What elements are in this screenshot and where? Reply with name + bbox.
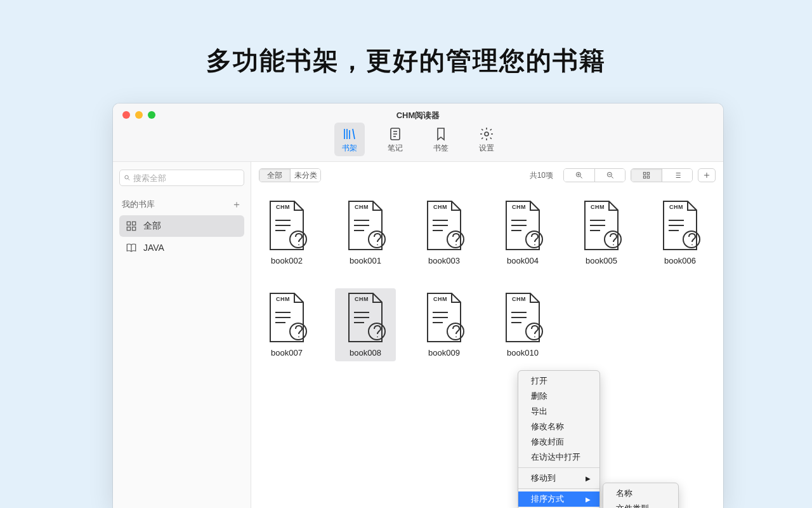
ctx-cover[interactable]: 修改封面 (518, 434, 599, 450)
sidebar-item-java[interactable]: JAVA (119, 237, 244, 258)
svg-rect-9 (643, 172, 646, 175)
tab-shelf-label: 书架 (342, 143, 357, 154)
book-thumbnail: CHM (343, 292, 388, 343)
tab-settings-label: 设置 (479, 143, 494, 154)
book-name: book003 (428, 256, 460, 265)
chevron-right-icon: ▶ (586, 496, 591, 503)
add-book-button[interactable] (698, 168, 716, 182)
tab-settings[interactable]: 设置 (471, 123, 502, 156)
note-icon (388, 126, 403, 142)
book-item[interactable]: CHM book005 (571, 196, 632, 269)
ctx-sort-by[interactable]: 排序方式▶ (518, 491, 599, 507)
tab-shelf[interactable]: 书架 (334, 123, 365, 156)
tab-bookmarks-label: 书签 (433, 143, 449, 154)
list-icon (673, 171, 682, 180)
sidebar-item-all[interactable]: 全部 (119, 215, 244, 237)
svg-rect-5 (127, 227, 130, 231)
filter-uncategorized-button[interactable]: 未分类 (290, 169, 320, 182)
page-headline: 多功能书架，更好的管理您的书籍 (0, 0, 812, 78)
books-icon (342, 126, 357, 142)
svg-rect-6 (133, 227, 136, 231)
book-name: book002 (271, 256, 303, 265)
tab-notes-label: 笔记 (388, 143, 403, 154)
book-item[interactable]: CHM book004 (492, 196, 553, 269)
book-name: book001 (350, 256, 381, 265)
library-header-label: 我的书库 (122, 199, 155, 210)
book-open-icon (126, 242, 137, 253)
book-thumbnail: CHM (264, 200, 310, 251)
context-menu: 打开 删除 导出 修改名称 修改封面 在访达中打开 移动到▶ 排序方式▶ (518, 370, 600, 508)
window-title: CHM阅读器 (113, 110, 723, 121)
svg-rect-12 (647, 176, 650, 178)
book-thumbnail: CHM (657, 200, 703, 251)
book-item[interactable]: CHM book008 (335, 288, 396, 361)
book-thumbnail: CHM (264, 292, 310, 343)
search-box[interactable] (119, 170, 244, 186)
view-segment (631, 168, 693, 182)
tab-notes[interactable]: 笔记 (380, 123, 410, 156)
tab-bookmarks[interactable]: 书签 (426, 123, 456, 156)
menu-separator (518, 488, 599, 489)
svg-rect-10 (647, 172, 650, 175)
book-name: book009 (428, 348, 460, 358)
sort-submenu: 名称 文件类型 ✓最近阅读时间 创建日期 修改日期 文件大小 (603, 483, 679, 508)
main-content: 全部 未分类 共10项 (251, 162, 723, 508)
ctx-reveal[interactable]: 在访达中打开 (518, 450, 599, 465)
ctx-delete[interactable]: 删除 (518, 389, 599, 404)
svg-rect-11 (643, 176, 646, 178)
book-thumbnail: CHM (343, 200, 388, 251)
ctx-move-to[interactable]: 移动到▶ (518, 471, 599, 486)
book-item[interactable]: CHM book006 (650, 196, 710, 269)
book-item[interactable]: CHM book001 (335, 196, 396, 269)
book-thumbnail: CHM (500, 292, 546, 343)
chevron-right-icon: ▶ (586, 475, 591, 482)
list-view-button[interactable] (662, 169, 692, 182)
zoom-out-icon (606, 171, 615, 180)
svg-point-2 (125, 175, 129, 179)
svg-rect-4 (133, 222, 136, 225)
item-count: 共10项 (530, 170, 553, 181)
book-name: book005 (586, 256, 617, 265)
book-thumbnail: CHM (579, 200, 624, 251)
zoom-out-button[interactable] (594, 169, 625, 182)
filterbar: 全部 未分类 共10项 (251, 162, 723, 185)
book-item[interactable]: CHM book002 (256, 196, 317, 269)
book-name: book010 (507, 348, 539, 358)
ctx-open[interactable]: 打开 (518, 373, 599, 389)
ctx-export[interactable]: 导出 (518, 404, 599, 419)
sidebar-item-label: JAVA (143, 243, 164, 253)
sidebar: 我的书库 ＋ 全部 JAVA (113, 162, 251, 508)
zoom-in-icon (575, 171, 584, 180)
book-item[interactable]: CHM book007 (256, 288, 317, 361)
grid-icon (126, 220, 137, 232)
menu-separator (518, 467, 599, 468)
app-window: CHM阅读器 书架 笔记 书签 设置 (113, 104, 723, 508)
book-item[interactable]: CHM book010 (492, 288, 553, 361)
book-item[interactable]: CHM book009 (414, 288, 475, 361)
grid-icon (642, 171, 651, 180)
bookmark-icon (433, 126, 449, 142)
zoom-segment (563, 168, 625, 182)
add-library-button[interactable]: ＋ (232, 199, 242, 210)
sort-filetype[interactable]: 文件类型 (603, 501, 678, 508)
book-item[interactable]: CHM book003 (414, 196, 475, 269)
zoom-in-button[interactable] (564, 169, 594, 182)
svg-rect-3 (127, 222, 130, 225)
book-name: book008 (350, 348, 381, 358)
filter-all-button[interactable]: 全部 (259, 169, 290, 182)
gear-icon (479, 126, 494, 142)
library-header: 我的书库 ＋ (122, 199, 242, 210)
book-name: book006 (664, 256, 696, 265)
search-input[interactable] (133, 173, 240, 183)
book-thumbnail: CHM (421, 292, 467, 343)
book-name: book007 (271, 348, 303, 358)
svg-point-1 (485, 132, 488, 136)
book-thumbnail: CHM (421, 200, 467, 251)
toolbar: 书架 笔记 书签 设置 (113, 123, 723, 156)
book-grid: CHM book002 CHM book001 CHM (251, 185, 723, 373)
grid-view-button[interactable] (631, 169, 662, 182)
sidebar-item-label: 全部 (143, 220, 161, 232)
ctx-rename[interactable]: 修改名称 (518, 419, 599, 434)
sort-name[interactable]: 名称 (603, 486, 678, 501)
category-segment: 全部 未分类 (259, 168, 321, 182)
